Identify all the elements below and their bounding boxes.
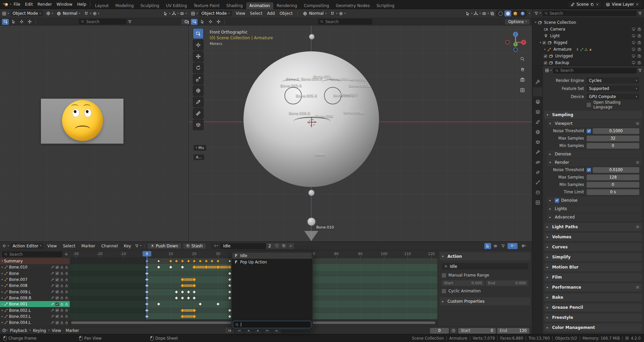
chevron-right-icon[interactable]: ▸ [2, 278, 3, 281]
unlink-action-button[interactable] [287, 243, 294, 249]
panel-lights[interactable]: ▸Lights [547, 205, 642, 212]
stash-button[interactable]: Stash [183, 243, 206, 249]
channel-bone-003-l[interactable]: ▸Bone.003.L [0, 313, 70, 320]
mode-dropdown[interactable]: Object Mode▾ [199, 10, 232, 16]
prop-value-field[interactable]: 0 [587, 182, 639, 188]
lock-icon[interactable] [65, 296, 68, 300]
new-scene-icon[interactable] [590, 3, 594, 6]
shading-solid-icon[interactable] [504, 10, 511, 16]
lock-icon[interactable] [60, 302, 64, 306]
panel-performance[interactable]: ▸Performance [544, 283, 642, 291]
editor-type-icon[interactable] [545, 68, 549, 72]
lock-icon[interactable] [60, 314, 64, 318]
snap-icon[interactable] [330, 11, 335, 16]
modifier-icon[interactable] [51, 296, 54, 300]
properties-tab-layers[interactable] [533, 107, 542, 116]
filter-dropdown-icon[interactable] [534, 11, 538, 15]
transform-pivot-icon[interactable] [46, 11, 51, 16]
modifier-icon[interactable] [51, 290, 54, 294]
lock-icon[interactable] [60, 308, 64, 312]
properties-tab-physics[interactable] [533, 158, 542, 167]
tool-search-field[interactable]: Search [318, 19, 372, 25]
camphoto-toggle-icon[interactable] [637, 34, 641, 38]
lock-icon[interactable] [60, 321, 64, 325]
chevron-right-icon[interactable]: ▸ [544, 48, 546, 51]
prop-value-field[interactable]: 0.1000 [593, 128, 639, 134]
channel-bone-008[interactable]: ▸Bone.008 [0, 283, 70, 289]
only-selected-toggle-icon[interactable] [484, 243, 491, 249]
workspace-tab-animation[interactable]: Animation [246, 2, 273, 9]
lock-icon[interactable] [60, 272, 64, 275]
panel-checkbox[interactable] [555, 198, 559, 203]
monitor-toggle-icon[interactable] [632, 27, 636, 31]
new-action-button[interactable] [280, 243, 287, 249]
prop-dropdown[interactable]: Supported▾ [587, 86, 639, 92]
select-mode-boxsel-icon[interactable] [191, 19, 198, 25]
workspace-tab-sculpting[interactable]: Sculpting [137, 2, 163, 9]
overlays-icon[interactable] [180, 11, 184, 16]
lock-icon[interactable] [60, 265, 64, 269]
modifier-icon[interactable] [51, 278, 54, 282]
start-field[interactable]: Start0.000 [442, 280, 484, 286]
editor-type-icon[interactable] [2, 244, 6, 248]
proportional-edit-icon[interactable] [93, 11, 97, 16]
menu-marker[interactable]: Marker [63, 328, 82, 334]
properties-tab-bone[interactable] [533, 178, 542, 187]
monitor-toggle-icon[interactable] [632, 61, 636, 65]
navigation-gizmo[interactable]: ZXY [505, 31, 526, 52]
editor-type-icon[interactable] [2, 11, 6, 16]
chevron-right-icon[interactable]: ▸ [2, 309, 3, 312]
chevron-right-icon[interactable]: ▸ [2, 284, 3, 287]
chevron-right-icon[interactable]: ▸ [2, 291, 3, 293]
prop-value-field[interactable]: 0 s [587, 189, 639, 195]
expand-icon[interactable] [64, 252, 68, 256]
lock-icon[interactable] [65, 302, 68, 306]
tool-transform-button[interactable] [193, 85, 204, 96]
menu-object[interactable]: Object [277, 10, 295, 16]
mute-checkbox[interactable] [55, 278, 59, 282]
camphoto-toggle-icon[interactable] [637, 47, 641, 51]
panel-viewport[interactable]: ▾Viewport [547, 120, 642, 127]
tool-search-field[interactable]: Search [79, 19, 126, 25]
panel-curves[interactable]: ▸Curves [544, 243, 642, 251]
select-mode-cursor-icon[interactable] [207, 19, 214, 25]
menu-keying[interactable]: Keying [31, 328, 48, 334]
channel-bone-010[interactable]: ▸Bone.010 [0, 264, 70, 270]
panel-menu-icon[interactable] [636, 160, 640, 164]
prop-dropdown[interactable]: Cycles▾ [587, 78, 639, 84]
menu-add[interactable]: Add [265, 10, 277, 16]
menu-edit[interactable]: Edit [23, 1, 35, 7]
chevron-down-icon[interactable]: ▾ [540, 41, 541, 44]
camphoto-toggle-icon[interactable] [637, 41, 641, 45]
mute-checkbox[interactable] [55, 314, 59, 318]
channel-bone-001[interactable]: ▸Bone.001 [0, 301, 70, 307]
checkbox-open-shading-language[interactable] [587, 103, 591, 107]
viewport-ortho-toggle-icon[interactable] [520, 88, 525, 93]
viewport-pan-icon[interactable] [520, 67, 525, 72]
editor-mode-dropdown[interactable]: Action Editor▾ [10, 243, 44, 249]
modifier-icon[interactable] [51, 314, 54, 318]
workspace-tab-modeling[interactable]: Modeling [112, 2, 137, 9]
popup-item-pop-up-action[interactable]: FPop Up Action [232, 259, 312, 265]
current-frame-field[interactable]: 0 [430, 328, 449, 334]
select-mode-pointer-icon[interactable] [199, 19, 206, 25]
menu-view[interactable]: View [45, 243, 59, 249]
camphoto-toggle-icon[interactable] [637, 61, 641, 65]
panel-render[interactable]: ▾Render [547, 159, 642, 166]
viewport-zoom-icon[interactable] [520, 56, 525, 61]
channel-bone-009-r[interactable]: ▸Bone.009.R [0, 295, 70, 301]
modifier-icon[interactable] [51, 308, 54, 312]
collection-checkbox[interactable] [542, 41, 546, 45]
lock-icon[interactable] [65, 272, 68, 275]
lock-icon[interactable] [65, 314, 68, 318]
channel-search-field[interactable]: Search [2, 251, 62, 257]
orientation-dropdown[interactable]: Normal▾ [301, 10, 329, 16]
panel-menu-icon[interactable] [636, 225, 640, 229]
end-frame-field[interactable]: End130 [497, 328, 529, 334]
mode-dropdown[interactable]: Object Mode▾ [10, 10, 43, 16]
tool-box-select-button[interactable] [193, 28, 204, 39]
collapsed-panel-chip[interactable]: A... [194, 154, 204, 160]
channel-bone[interactable]: ▸Bone [0, 271, 70, 277]
panel-sampling[interactable]: ▾Sampling [544, 111, 642, 119]
select-mode-move-icon[interactable] [215, 19, 222, 25]
